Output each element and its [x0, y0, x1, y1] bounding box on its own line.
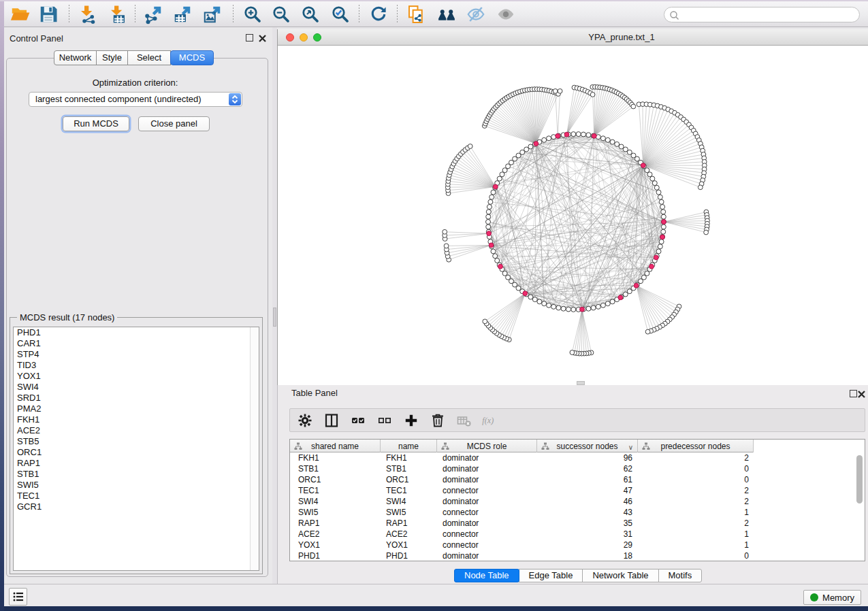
run-mcds-button[interactable]: Run MCDS: [63, 116, 129, 131]
mcds-result-item[interactable]: STB1: [14, 469, 259, 480]
zoom-selected-icon[interactable]: [329, 4, 351, 24]
mcds-result-item[interactable]: GCR1: [14, 501, 259, 512]
table-cell: ACE2: [298, 529, 319, 540]
task-history-button[interactable]: [9, 588, 27, 606]
select-all-icon[interactable]: [349, 412, 367, 429]
tab-node-table[interactable]: Node Table: [454, 569, 519, 582]
tab-network-table[interactable]: Network Table: [582, 569, 658, 582]
mcds-result-item[interactable]: TEC1: [14, 491, 259, 501]
table-row[interactable]: RAP1RAP1dominator352: [290, 518, 865, 529]
mcds-result-item[interactable]: CAR1: [14, 338, 259, 349]
zoom-in-icon[interactable]: [242, 4, 263, 24]
mcds-result-item[interactable]: ORC1: [14, 447, 259, 458]
close-panel-icon[interactable]: [857, 389, 866, 401]
import-network-icon[interactable]: [77, 4, 99, 24]
table-row[interactable]: TEC1TEC1connector472: [290, 485, 865, 496]
table-panel-tabs: Node Table Edge Table Network Table Moti…: [454, 569, 701, 582]
minimize-window-icon[interactable]: [300, 33, 308, 42]
mcds-result-item[interactable]: YOX1: [14, 371, 259, 382]
table-settings-icon[interactable]: [295, 412, 314, 429]
delete-table-icon[interactable]: [455, 412, 473, 429]
column-header-predecessor-nodes[interactable]: predecessor nodes: [638, 440, 754, 452]
first-neighbors-icon[interactable]: [436, 4, 457, 24]
table-cell: RAP1: [298, 518, 319, 529]
mcds-result-item[interactable]: SWI5: [14, 480, 259, 491]
network-window-titlebar[interactable]: YPA_prune.txt_1: [278, 29, 868, 46]
table-panel-title: Table Panel: [291, 388, 338, 398]
table-cell: RAP1: [386, 518, 407, 529]
tab-style[interactable]: Style: [96, 50, 128, 65]
mcds-result-item[interactable]: SRD1: [14, 393, 259, 403]
maximize-window-icon[interactable]: [313, 33, 321, 42]
mcds-list-scrollbar[interactable]: [250, 327, 259, 570]
table-cell: ORC1: [386, 474, 408, 485]
close-panel-button[interactable]: Close panel: [138, 116, 210, 131]
table-row[interactable]: SWI4SWI4dominator462: [290, 496, 865, 507]
dropdown-stepper-icon: [229, 93, 241, 105]
open-file-icon[interactable]: [9, 4, 31, 24]
import-table-icon[interactable]: [107, 4, 129, 24]
table-panel: Table Panel: [277, 385, 868, 585]
function-builder-icon[interactable]: f(x): [481, 412, 500, 429]
network-canvas[interactable]: [278, 46, 868, 385]
tab-motifs[interactable]: Motifs: [658, 569, 703, 582]
zoom-out-icon[interactable]: [270, 4, 292, 24]
criterion-value: largest connected component (undirected): [35, 94, 202, 104]
export-image-icon[interactable]: [202, 4, 223, 24]
unselect-all-icon[interactable]: [375, 412, 393, 429]
tab-mcds[interactable]: MCDS: [170, 50, 214, 65]
show-columns-icon[interactable]: [322, 412, 340, 429]
mcds-result-item[interactable]: STB5: [14, 436, 259, 447]
mcds-result-list: PHD1CAR1STP4TID3YOX1SWI4SRD1PMA2FKH1ACE2…: [13, 327, 259, 571]
search-input[interactable]: [664, 7, 860, 22]
table-row[interactable]: PHD1PHD1dominator180: [290, 550, 865, 561]
network-view-frame: YPA_prune.txt_1: [277, 29, 868, 385]
table-row[interactable]: STB1STB1dominator620: [290, 463, 865, 474]
mcds-result-item[interactable]: TID3: [14, 360, 259, 371]
table-row[interactable]: SWI5SWI5connector431: [290, 507, 865, 518]
memory-button[interactable]: Memory: [803, 590, 861, 605]
table-toolbar: f(x): [289, 408, 865, 432]
export-network-icon[interactable]: [142, 4, 164, 24]
mcds-result-item[interactable]: PMA2: [14, 403, 259, 414]
table-cell: 0: [638, 550, 749, 561]
table-row[interactable]: ACE2ACE2connector311: [290, 529, 865, 540]
mcds-result-item[interactable]: ACE2: [14, 425, 259, 436]
mcds-result-item[interactable]: PHD1: [14, 327, 259, 338]
float-panel-icon[interactable]: [850, 390, 857, 397]
add-column-icon[interactable]: [402, 412, 420, 429]
tab-edge-table[interactable]: Edge Table: [519, 569, 583, 582]
table-row[interactable]: YOX1YOX1connector291: [290, 540, 865, 550]
tab-network[interactable]: Network: [54, 50, 97, 65]
zoom-fit-icon[interactable]: [300, 4, 321, 24]
table-row[interactable]: FKH1FKH1dominator962: [290, 452, 865, 463]
column-header-name[interactable]: name: [381, 440, 437, 452]
table-scrollbar[interactable]: [856, 455, 863, 503]
table-cell: dominator: [443, 463, 479, 474]
column-header-successor-nodes[interactable]: successor nodes ∨: [537, 440, 638, 452]
refresh-icon[interactable]: [368, 4, 389, 24]
vertical-splitter[interactable]: [272, 27, 277, 585]
close-window-icon[interactable]: [286, 33, 294, 42]
mcds-result-item[interactable]: RAP1: [14, 458, 259, 469]
copy-network-icon[interactable]: [405, 4, 427, 24]
delete-column-icon[interactable]: [428, 412, 447, 429]
mcds-result-item[interactable]: FKH1: [14, 414, 259, 425]
table-row[interactable]: ORC1ORC1dominator610: [290, 474, 865, 485]
mcds-result-item[interactable]: STP4: [14, 349, 259, 360]
control-panel: Control Panel Network Style Select MCDS …: [4, 27, 272, 585]
export-table-icon[interactable]: [172, 4, 193, 24]
show-all-icon[interactable]: [495, 4, 517, 24]
save-session-icon[interactable]: [37, 4, 59, 24]
criterion-dropdown[interactable]: largest connected component (undirected): [29, 92, 242, 107]
column-header-shared-name[interactable]: shared name: [290, 440, 381, 452]
close-panel-icon[interactable]: [258, 33, 267, 46]
table-cell: dominator: [443, 474, 479, 485]
table-cell: 61: [537, 474, 632, 485]
hide-selected-icon[interactable]: [465, 4, 487, 24]
float-panel-icon[interactable]: [246, 34, 253, 42]
mcds-result-item[interactable]: SWI4: [14, 382, 259, 393]
column-header-mcds-role[interactable]: MCDS role: [437, 440, 537, 452]
toolbar-separator: [69, 5, 69, 24]
tab-select[interactable]: Select: [127, 50, 171, 65]
